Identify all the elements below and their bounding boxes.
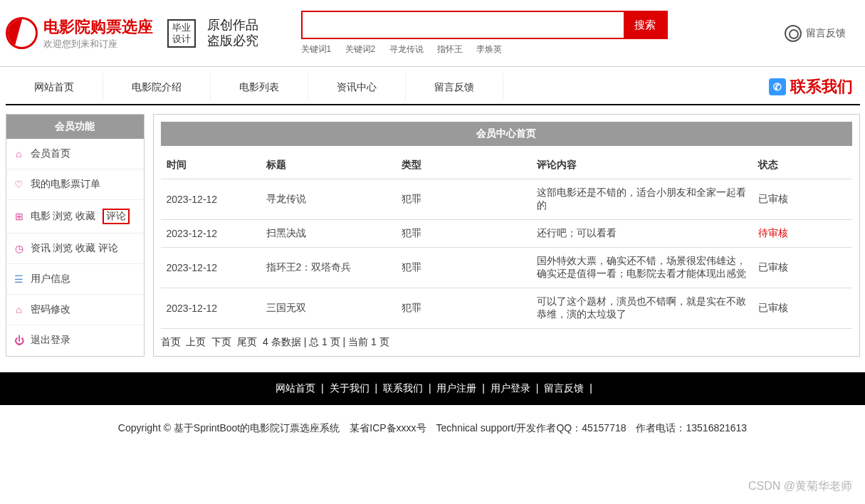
table-row: 2023-12-12 三国无双 犯罪 可以了这个题材，演员也不错啊，就是实在不敢… — [161, 288, 852, 329]
cell-time: 2023-12-12 — [161, 220, 261, 248]
cell-status: 已审核 — [753, 248, 852, 288]
header: 电影院购票选座 欢迎您到来和订座 毕业 设计 原创作品 盗版必究 搜索 关键词1… — [6, 0, 860, 66]
table-header-row: 时间 标题 类型 评论内容 状态 — [161, 152, 852, 179]
content: 会员功能 ⌂ 会员首页 ♡ 我的电影票订单 ⊞ 电影 浏览 收藏 评论 ◷ 资讯… — [6, 105, 860, 365]
feedback-label: 留言反馈 — [806, 27, 846, 40]
table-row: 2023-12-12 寻龙传说 犯罪 这部电影还是不错的，适合小朋友和全家一起看… — [161, 179, 852, 220]
pagination: 首页 上页 下页 尾页 4 条数据 | 总 1 页 | 当前 1 页 — [161, 336, 852, 349]
contact-us-button[interactable]: ✆ 联系我们 — [769, 76, 860, 98]
sidebar-item-movie[interactable]: ⊞ 电影 浏览 收藏 评论 — [6, 200, 144, 233]
sidebar: 会员功能 ⌂ 会员首页 ♡ 我的电影票订单 ⊞ 电影 浏览 收藏 评论 ◷ 资讯… — [6, 114, 145, 357]
cell-status: 待审核 — [753, 220, 852, 248]
nav-feedback[interactable]: 留言反馈 — [406, 73, 503, 100]
cell-type: 犯罪 — [396, 248, 531, 288]
nav-cinema-intro[interactable]: 电影院介绍 — [103, 73, 211, 100]
col-time: 时间 — [161, 152, 261, 179]
site-name: 电影院购票选座 — [43, 16, 153, 38]
main-panel: 会员中心首页 时间 标题 类型 评论内容 状态 2023-12-12 寻龙传说 … — [153, 114, 860, 357]
col-content: 评论内容 — [531, 152, 753, 179]
cell-type: 犯罪 — [396, 179, 531, 220]
cell-type: 犯罪 — [396, 288, 531, 329]
feedback-link-top[interactable]: 留言反馈 — [785, 25, 860, 42]
sidebar-item-logout[interactable]: ⏻ 退出登录 — [6, 325, 144, 355]
page-first[interactable]: 首页 — [161, 336, 181, 347]
page-prev[interactable]: 上页 — [186, 336, 206, 347]
highlight-badge: 评论 — [103, 209, 130, 224]
main-nav: 网站首页 电影院介绍 电影列表 资讯中心 留言反馈 ✆ 联系我们 — [6, 73, 860, 101]
nav-home[interactable]: 网站首页 — [6, 73, 103, 100]
site-slogan: 欢迎您到来和订座 — [43, 38, 153, 51]
cell-content: 国外特效大票，确实还不错，场景很宏伟雄达，确实还是值得一看；电影院去看才能体现出… — [531, 248, 753, 288]
keyword-link[interactable]: 李焕英 — [476, 44, 502, 54]
table-row: 2023-12-12 指环王2：双塔奇兵 犯罪 国外特效大票，确实还不错，场景很… — [161, 248, 852, 288]
power-icon: ⏻ — [14, 335, 25, 346]
sidebar-item-news[interactable]: ◷ 资讯 浏览 收藏 评论 — [6, 233, 144, 264]
keyword-link[interactable]: 寻龙传说 — [389, 44, 424, 54]
search-input[interactable] — [303, 12, 624, 38]
sidebar-item-home[interactable]: ⌂ 会员首页 — [6, 139, 144, 169]
sidebar-header: 会员功能 — [6, 115, 144, 139]
cell-content: 这部电影还是不错的，适合小朋友和全家一起看的 — [531, 179, 753, 220]
footer-links: 网站首页 | 关于我们 | 联系我们 | 用户注册 | 用户登录 | 留言反馈 … — [0, 372, 865, 405]
footer-link[interactable]: 留言反馈 — [544, 382, 584, 394]
search-button[interactable]: 搜索 — [624, 12, 666, 38]
search-area: 搜索 关键词1 关键词2 寻龙传说 指怀王 李焕英 — [301, 11, 785, 56]
ticket-icon: ♡ — [14, 179, 25, 190]
logo-icon — [6, 17, 38, 49]
cell-title: 指环王2：双塔奇兵 — [261, 248, 396, 288]
cell-time: 2023-12-12 — [161, 179, 261, 220]
keyword-link[interactable]: 关键词2 — [345, 44, 376, 54]
col-title: 标题 — [261, 152, 396, 179]
page-info: 4 条数据 | 总 1 页 | 当前 1 页 — [263, 336, 389, 347]
cell-title: 扫黑决战 — [261, 220, 396, 248]
footer-link[interactable]: 网站首页 — [276, 382, 315, 394]
col-type: 类型 — [396, 152, 531, 179]
cell-content: 可以了这个题材，演员也不错啊，就是实在不敢恭维，演的太垃圾了 — [531, 288, 753, 329]
clock-icon: ◷ — [14, 243, 25, 254]
sidebar-item-password[interactable]: ⌂ 密码修改 — [6, 295, 144, 325]
keyword-link[interactable]: 指怀王 — [437, 44, 463, 54]
page-last[interactable]: 尾页 — [237, 336, 257, 347]
col-status: 状态 — [753, 152, 852, 179]
cell-content: 还行吧；可以看看 — [531, 220, 753, 248]
headset-icon — [785, 25, 802, 42]
stamp-badge: 毕业 设计 — [167, 19, 196, 48]
brush-text: 原创作品 盗版必究 — [207, 18, 258, 48]
lock-icon: ⌂ — [14, 304, 25, 315]
list-icon: ☰ — [14, 273, 25, 285]
cell-title: 寻龙传说 — [261, 179, 396, 220]
search-keywords: 关键词1 关键词2 寻龙传说 指怀王 李焕英 — [301, 43, 785, 56]
cell-status: 已审核 — [753, 179, 852, 220]
grid-icon: ⊞ — [14, 211, 25, 222]
sidebar-item-userinfo[interactable]: ☰ 用户信息 — [6, 264, 144, 295]
keyword-link[interactable]: 关键词1 — [301, 44, 332, 54]
page-next[interactable]: 下页 — [211, 336, 231, 347]
footer-link[interactable]: 用户登录 — [491, 382, 530, 394]
copyright: Copyright © 基于SprintBoot的电影院订票选座系统 某省ICP… — [0, 405, 865, 463]
cell-time: 2023-12-12 — [161, 248, 261, 288]
sidebar-item-orders[interactable]: ♡ 我的电影票订单 — [6, 169, 144, 200]
contact-label: 联系我们 — [790, 76, 853, 98]
footer-link[interactable]: 关于我们 — [330, 382, 369, 394]
comments-table: 时间 标题 类型 评论内容 状态 2023-12-12 寻龙传说 犯罪 这部电影… — [161, 152, 852, 329]
cell-type: 犯罪 — [396, 220, 531, 248]
home-icon: ⌂ — [14, 148, 25, 159]
logo-area: 电影院购票选座 欢迎您到来和订座 毕业 设计 原创作品 盗版必究 — [6, 16, 258, 51]
nav-movie-list[interactable]: 电影列表 — [211, 73, 308, 100]
search-box: 搜索 — [301, 11, 668, 39]
cell-time: 2023-12-12 — [161, 288, 261, 329]
footer-link[interactable]: 用户注册 — [436, 382, 476, 394]
footer-link[interactable]: 联系我们 — [383, 382, 423, 394]
panel-title: 会员中心首页 — [161, 122, 852, 146]
table-row: 2023-12-12 扫黑决战 犯罪 还行吧；可以看看 待审核 — [161, 220, 852, 248]
cell-title: 三国无双 — [261, 288, 396, 329]
cell-status: 已审核 — [753, 288, 852, 329]
nav-news[interactable]: 资讯中心 — [308, 73, 406, 100]
logo-text: 电影院购票选座 欢迎您到来和订座 — [43, 16, 153, 51]
phone-icon: ✆ — [769, 78, 786, 95]
